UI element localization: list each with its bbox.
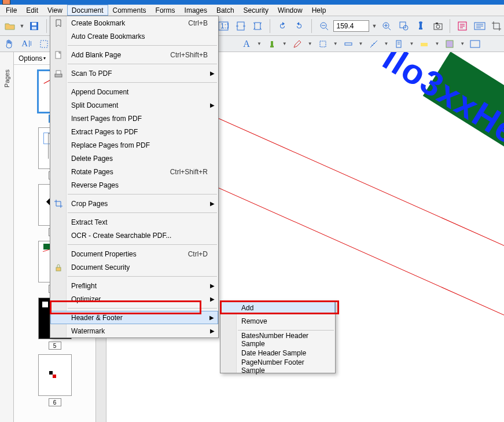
menu-item[interactable]: Insert Pages from PDF [50,112,218,125]
attach-button[interactable] [392,38,406,50]
zoom-input[interactable] [333,20,369,32]
menu-separator [68,45,217,46]
menu-window[interactable]: Window [273,5,307,16]
menu-help[interactable]: Help [307,5,331,16]
menu-item-label: Add [241,304,325,312]
menu-item[interactable]: Split Document▶ [50,98,218,112]
menu-separator [68,82,217,83]
menu-item[interactable]: BatesNumber Header Sample [220,333,335,346]
menubar: FileEditViewDocumentCommentsFormsImagesB… [0,5,504,16]
object-select-button[interactable] [37,38,51,50]
zoom-caret-icon[interactable]: ▼ [371,23,377,29]
menu-forms[interactable]: Forms [151,5,180,16]
loupe-button[interactable] [396,19,411,34]
menu-item-label: Split Document [71,101,208,109]
menu-item[interactable]: PageNumber Footer Sample [220,359,335,373]
highlight-button[interactable] [417,38,431,50]
menu-item-label: Reverse Pages [71,181,208,189]
menu-item[interactable]: Preflight▶ [50,279,218,292]
menu-separator [68,276,217,277]
dropdown-caret-icon[interactable]: ▼ [20,23,25,29]
menu-security[interactable]: Security [239,5,273,16]
measure-button[interactable] [367,38,381,50]
menu-item[interactable]: Remove [220,314,335,328]
snapshot-button[interactable] [431,19,446,34]
menu-item[interactable]: Scan To PDF▶ [50,67,218,80]
submenu-arrow-icon: ▶ [210,200,215,207]
menu-item-label: Crop Pages [71,200,208,208]
header-footer-submenu[interactable]: AddRemoveBatesNumber Header SampleDate H… [220,300,336,373]
menu-item[interactable]: Delete Pages [50,152,218,165]
menu-item-label: Extract Pages to PDF [71,128,208,136]
menu-item[interactable]: Crop Pages▶ [50,197,218,210]
menu-item[interactable]: Document PropertiesCtrl+D [50,247,218,260]
scanner-icon [54,69,63,78]
menu-item[interactable]: Watermark▶ [50,324,218,337]
menu-item-label: Header & Footer [71,314,208,322]
rotate-cw-button[interactable] [292,19,307,34]
menu-document[interactable]: Document [67,5,108,16]
menu-item-shortcut: Ctrl+Shift+B [159,51,208,59]
menu-item[interactable]: Add Blank PageCtrl+Shift+B [50,48,218,61]
document-menu-dropdown[interactable]: Create BookmarkCtrl+BAuto Create Bookmar… [50,16,219,338]
menu-item-label: Watermark [71,327,208,335]
pages-side-tab[interactable]: Pages [0,52,14,422]
rotate-ccw-button[interactable] [275,19,290,34]
line-button[interactable] [341,38,355,50]
menu-item-label: Scan To PDF [71,69,208,78]
menu-item-label: BatesNumber Header Sample [241,332,325,348]
fit-width-button[interactable] [233,19,248,34]
menu-item[interactable]: Create BookmarkCtrl+B [50,16,218,30]
menu-item[interactable]: Document Security [50,260,218,274]
fit-page-button[interactable] [251,19,266,34]
menu-edit[interactable]: Edit [21,5,43,16]
typewriter-button[interactable]: A [240,38,253,50]
svg-rect-18 [320,41,326,47]
menu-item[interactable]: Header & Footer▶ [50,311,218,324]
open-button[interactable] [2,19,17,34]
thumbnail-page[interactable]: 6 [38,354,72,406]
svg-rect-17 [41,41,47,47]
menu-item[interactable]: Optimizer▶ [50,292,218,306]
menu-item-label: Preflight [71,282,208,290]
menu-item[interactable]: Auto Create Bookmarks [50,30,218,43]
form-tool-button[interactable] [455,19,470,34]
menu-item[interactable]: Rotate PagesCtrl+Shift+R [50,165,218,178]
text-field-button[interactable] [472,19,487,34]
svg-rect-9 [400,22,406,28]
save-button[interactable] [27,19,42,34]
svg-rect-19 [345,43,352,45]
svg-rect-6 [255,23,260,30]
text-select-button[interactable]: AI [20,38,34,50]
window-titlebar [0,0,504,5]
svg-rect-21 [421,43,428,46]
menu-view[interactable]: View [43,5,67,16]
menu-item[interactable]: Extract Pages to PDF [50,125,218,138]
link-button[interactable] [468,38,482,50]
pencil-button[interactable] [290,38,304,50]
menu-batch[interactable]: Batch [212,5,239,16]
menu-item-label: PageNumber Footer Sample [241,358,325,375]
lock-icon [54,263,63,272]
stamp-button[interactable] [413,19,428,34]
menu-item[interactable]: Replace Pages from PDF [50,138,218,152]
menu-item[interactable]: Append Document [50,85,218,98]
menu-file[interactable]: File [1,5,21,16]
menu-item[interactable]: Extract Text [50,215,218,229]
stamp2-button[interactable] [265,38,279,50]
zoom-out-button[interactable] [317,19,332,34]
menu-item-label: Optimizer [71,295,208,303]
hand-tool-button[interactable] [2,38,16,50]
crop-tool-button[interactable] [489,19,504,34]
area-button[interactable] [443,38,457,50]
menu-comments[interactable]: Comments [108,5,151,16]
menu-images[interactable]: Images [180,5,212,16]
zoom-in-button[interactable] [379,19,394,34]
menu-item-label: OCR - Create Searchable PDF... [71,232,208,240]
menu-item[interactable]: Add [220,301,335,314]
menu-separator [238,330,334,331]
thumbnail-number: 6 [49,398,61,406]
menu-item[interactable]: Reverse Pages [50,178,218,192]
shape-button[interactable] [316,38,330,50]
menu-item[interactable]: OCR - Create Searchable PDF... [50,229,218,242]
